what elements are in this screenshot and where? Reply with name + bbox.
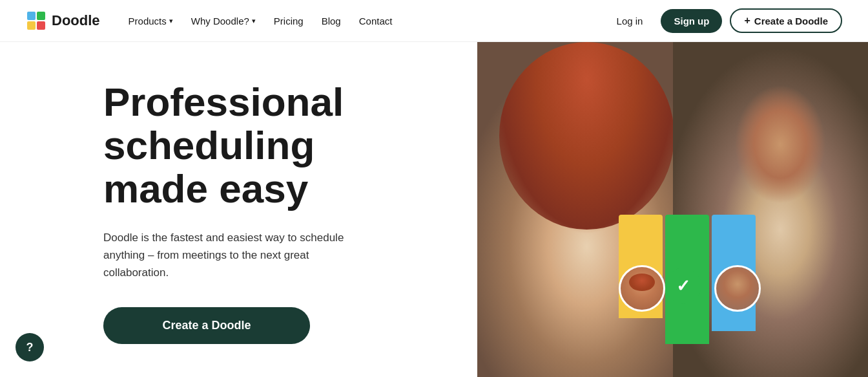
create-doodle-nav-button[interactable]: + Create a Doodle [730, 8, 842, 33]
hero-cta-button[interactable]: Create a Doodle [103, 307, 310, 344]
checkmark-icon: ✓ [665, 268, 701, 304]
logo-icon [26, 10, 46, 31]
avatar-woman [619, 265, 665, 312]
svg-rect-2 [27, 21, 36, 30]
navbar: Doodle Products ▾ Why Doodle? ▾ Pricing … [0, 0, 868, 42]
hero-subtitle: Doodle is the fastest and easiest way to… [103, 229, 349, 282]
hero-section: Professional scheduling made easy Doodle… [0, 42, 868, 377]
nav-why-doodle[interactable]: Why Doodle? ▾ [183, 10, 264, 32]
nav-products[interactable]: Products ▾ [121, 10, 181, 32]
svg-rect-1 [37, 12, 45, 20]
nav-pricing[interactable]: Pricing [266, 10, 311, 32]
nav-links: Products ▾ Why Doodle? ▾ Pricing Blog Co… [121, 10, 606, 32]
nav-contact[interactable]: Contact [351, 10, 400, 32]
logo[interactable]: Doodle [26, 10, 100, 31]
hero-content: Professional scheduling made easy Doodle… [0, 42, 477, 377]
chevron-down-icon: ▾ [169, 17, 173, 25]
plus-icon: + [744, 15, 750, 27]
chevron-down-icon: ▾ [252, 17, 256, 25]
nav-blog[interactable]: Blog [314, 10, 349, 32]
login-button[interactable]: Log in [606, 10, 654, 32]
avatar-man [714, 265, 761, 312]
hero-title: Professional scheduling made easy [103, 81, 413, 211]
nav-right: Log in Sign up + Create a Doodle [606, 8, 842, 33]
svg-rect-3 [37, 21, 45, 30]
signup-button[interactable]: Sign up [661, 9, 722, 33]
hero-images: ✓ [477, 42, 868, 377]
svg-rect-0 [27, 12, 36, 20]
logo-text: Doodle [52, 12, 100, 29]
help-button[interactable]: ? [16, 333, 44, 361]
